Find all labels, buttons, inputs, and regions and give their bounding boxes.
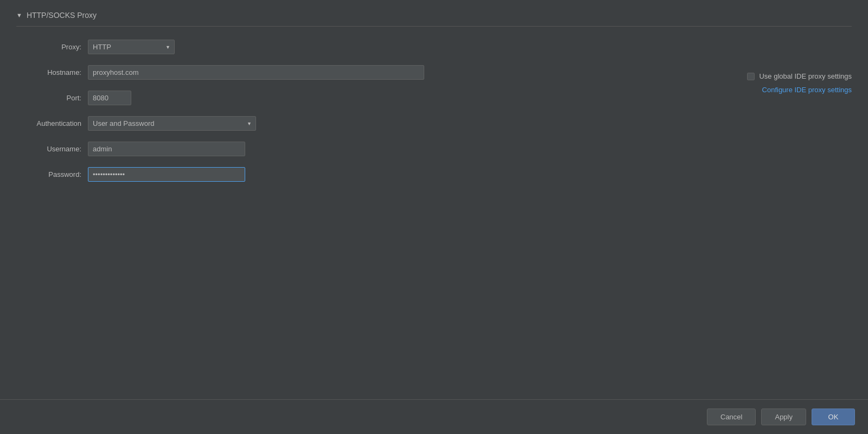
authentication-label: Authentication [16,119,81,127]
chevron-icon[interactable]: ▼ [16,12,22,18]
password-input[interactable] [88,167,245,182]
username-input[interactable] [88,142,245,156]
username-row: Username: [16,142,635,156]
authentication-row: Authentication User and Password None NT… [16,116,635,131]
form-panel: Proxy: HTTP SOCKS4 SOCKS5 No Proxy Hostn… [16,40,635,388]
content-area: Proxy: HTTP SOCKS4 SOCKS5 No Proxy Hostn… [16,40,852,388]
hostname-row: Hostname: [16,65,635,80]
use-global-checkbox[interactable] [747,73,755,80]
use-global-row: Use global IDE proxy settings [747,72,852,80]
auth-type-wrapper: User and Password None NTLM Kerberos [88,116,256,131]
use-global-label: Use global IDE proxy settings [759,72,852,80]
auth-select[interactable]: User and Password None NTLM Kerberos [88,116,256,131]
port-input[interactable] [88,91,131,105]
right-panel: Use global IDE proxy settings Configure … [635,40,852,388]
footer: Cancel Apply OK [0,399,868,434]
port-label: Port: [16,94,81,102]
section-header: ▼ HTTP/SOCKS Proxy [16,11,852,27]
cancel-button[interactable]: Cancel [707,409,756,425]
password-row: Password: [16,167,635,182]
username-label: Username: [16,145,81,153]
proxy-select[interactable]: HTTP SOCKS4 SOCKS5 No Proxy [88,40,175,54]
password-label: Password: [16,170,81,178]
proxy-label: Proxy: [16,43,81,51]
apply-button[interactable]: Apply [761,409,806,425]
proxy-type-wrapper: HTTP SOCKS4 SOCKS5 No Proxy [88,40,175,54]
configure-link[interactable]: Configure IDE proxy settings [762,86,852,94]
hostname-label: Hostname: [16,68,81,76]
port-row: Port: [16,91,635,105]
section-title: HTTP/SOCKS Proxy [27,11,97,20]
ok-button[interactable]: OK [812,409,855,425]
hostname-input[interactable] [88,65,424,80]
proxy-row: Proxy: HTTP SOCKS4 SOCKS5 No Proxy [16,40,635,54]
